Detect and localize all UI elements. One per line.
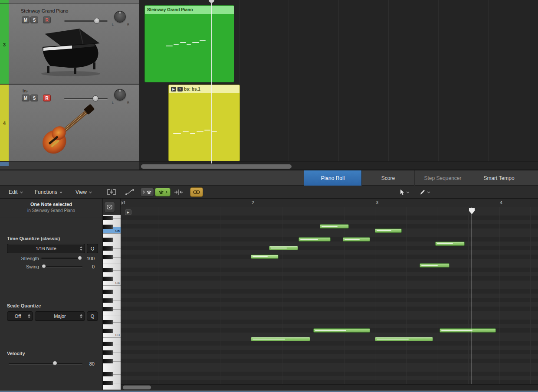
piano-key-black[interactable] [103, 307, 113, 311]
region-marker-icon[interactable]: ▶ [125, 209, 131, 215]
pan-knob[interactable] [114, 89, 126, 101]
scale-quantize-apply-button[interactable]: Q [87, 311, 98, 321]
editor-playhead[interactable] [472, 207, 472, 384]
piano-key-black[interactable] [103, 372, 113, 376]
midi-note[interactable] [375, 229, 402, 233]
record-arm-button[interactable]: R [43, 95, 51, 101]
midi-note[interactable] [251, 337, 310, 341]
tab-smart-tempo[interactable]: Smart Tempo [471, 170, 527, 186]
midi-note[interactable] [440, 328, 496, 333]
piano-key-black[interactable] [103, 350, 113, 355]
track-name[interactable]: bs [23, 88, 28, 93]
playhead[interactable] [211, 0, 212, 163]
midi-note[interactable] [251, 255, 279, 259]
editor-hscrollbar[interactable] [121, 384, 538, 390]
volume-slider[interactable] [64, 95, 108, 101]
midi-note[interactable] [420, 263, 449, 268]
piano-key-black[interactable] [103, 320, 113, 324]
piano-key-black[interactable] [103, 277, 113, 281]
piano-key-black[interactable] [103, 342, 113, 346]
solo-button[interactable]: S [30, 95, 38, 101]
midi-note[interactable] [320, 224, 349, 229]
tab-score[interactable]: Score [361, 170, 414, 186]
scale-root-select[interactable]: Off [7, 311, 33, 321]
pencil-tool-selector[interactable] [416, 187, 434, 197]
view-menu[interactable]: View [75, 186, 92, 199]
piano-roll-row [121, 233, 538, 237]
midi-out-button[interactable] [140, 188, 154, 196]
timeline-gridline [388, 0, 389, 162]
record-arm-button[interactable]: R [43, 16, 51, 23]
functions-menu[interactable]: Functions [35, 186, 62, 199]
piano-key-black[interactable] [103, 255, 113, 259]
midi-note[interactable] [299, 237, 331, 242]
midi-note[interactable] [343, 237, 370, 242]
bar-ruler[interactable]: 1234 [121, 199, 538, 207]
scale-type-select[interactable]: Major [35, 311, 85, 321]
piano-keyboard[interactable]: C5C4C3 [103, 215, 121, 390]
piano-key-black[interactable] [103, 225, 113, 229]
track-name[interactable]: Steinway Grand Piano [21, 8, 68, 13]
piano-key-black[interactable] [103, 290, 113, 294]
piano-roll-row [121, 294, 538, 298]
slider-knob[interactable] [42, 264, 46, 268]
track-header-bs[interactable]: 4 bs M S R L R [0, 85, 139, 161]
track-color-strip [0, 162, 9, 166]
midi-draw-button[interactable] [124, 188, 136, 196]
piano-roll-grid[interactable]: ▶ [121, 207, 538, 384]
time-quantize-select[interactable]: 1/16 Note [7, 244, 85, 253]
midi-note[interactable] [375, 337, 433, 341]
beat-line [468, 207, 469, 384]
edit-menu[interactable]: Edit [9, 186, 23, 199]
slider-knob[interactable] [52, 361, 57, 366]
link-mode-button[interactable] [190, 187, 203, 197]
key-divider [103, 368, 121, 368]
beat-line [313, 207, 313, 384]
slider-knob[interactable] [94, 18, 100, 24]
arrange-hscrollbar[interactable] [141, 164, 292, 169]
collapse-mode-button[interactable] [173, 188, 185, 196]
piano-key-black[interactable] [103, 216, 113, 220]
catch-playhead-button[interactable] [105, 188, 118, 196]
slider-knob[interactable] [92, 95, 98, 101]
midi-draw-icon [125, 189, 134, 196]
velocity-slider[interactable] [9, 361, 82, 366]
inspector-disclosure-button[interactable] [104, 202, 115, 212]
midi-note[interactable] [313, 328, 370, 333]
strength-slider[interactable] [41, 255, 82, 261]
piano-roll-row [121, 311, 538, 315]
piano-key-black[interactable] [103, 359, 113, 363]
key-divider [113, 331, 121, 331]
slider-track [64, 20, 108, 22]
time-quantize-apply-button[interactable]: Q [87, 244, 98, 253]
piano-key-black[interactable] [103, 238, 113, 242]
mute-button[interactable]: M [22, 95, 30, 101]
piano-key-black[interactable] [103, 381, 113, 385]
midi-note[interactable] [435, 242, 465, 246]
piano-key-black[interactable] [103, 298, 113, 303]
piano-key-black[interactable] [103, 246, 113, 251]
midi-in-button[interactable] [155, 188, 171, 196]
timeline-gridline [289, 0, 289, 162]
scrollbar-thumb[interactable] [123, 385, 151, 389]
mute-button[interactable]: M [22, 16, 30, 23]
piano-roll-row [121, 285, 538, 289]
piano-key-black[interactable] [103, 268, 113, 272]
key-label: C4 [110, 281, 120, 285]
swing-slider[interactable] [41, 264, 82, 269]
track-header-steinway[interactable]: 3 Steinway Grand Piano M S R L R [0, 3, 139, 84]
window-bottom-edge [0, 390, 538, 392]
region-steinway[interactable]: Steinway Grand Piano [144, 5, 234, 82]
solo-button[interactable]: S [30, 16, 38, 23]
pan-knob[interactable] [114, 11, 126, 23]
volume-slider[interactable] [64, 18, 108, 24]
pointer-tool-selector[interactable] [396, 187, 413, 197]
region-midi-preview-dash [192, 42, 199, 43]
midi-note[interactable] [269, 246, 298, 250]
region-bs[interactable]: ▶ 1 bs: bs.1 [168, 85, 240, 161]
tab-step-sequencer[interactable]: Step Sequencer [414, 170, 471, 186]
beat-line [189, 207, 189, 384]
piano-roll-row [121, 255, 538, 259]
piano-key-black[interactable] [103, 329, 113, 333]
tab-piano-roll[interactable]: Piano Roll [304, 170, 361, 186]
